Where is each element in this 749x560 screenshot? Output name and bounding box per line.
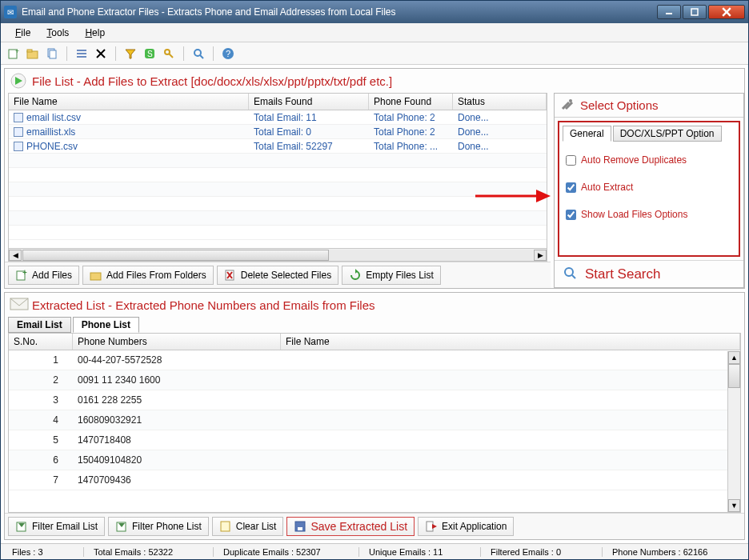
add-file-icon: + [15, 269, 28, 282]
svg-rect-9 [50, 50, 56, 58]
table-row [9, 197, 547, 211]
skype-icon[interactable]: S [142, 46, 158, 62]
refresh-icon [349, 269, 362, 282]
chk-label: Show Load Files Options [581, 209, 687, 220]
status-files: Files : 3 [4, 547, 84, 557]
table-row [9, 168, 547, 182]
filter-email-button[interactable]: Filter Email List [8, 517, 105, 536]
svg-rect-48 [427, 522, 433, 531]
list-icon[interactable] [74, 46, 90, 62]
filter-phone-button[interactable]: Filter Phone List [108, 517, 209, 536]
chk-label: Auto Remove Duplicates [581, 154, 687, 166]
vertical-scrollbar[interactable]: ▲ ▼ [727, 351, 740, 512]
tab-email-list[interactable]: Email List [8, 317, 71, 333]
options-title: Select Options [580, 98, 659, 112]
help-icon[interactable]: ? [220, 46, 236, 62]
options-body: General DOC/XLS/PPT Option Auto Remove D… [558, 121, 740, 257]
filter-email-icon [15, 520, 28, 533]
chk-show-load-options[interactable] [566, 210, 576, 220]
save-list-button[interactable]: Save Extracted List [286, 517, 415, 536]
status-unique-emails: Unique Emails : 11 [361, 547, 481, 557]
extracted-title: Extracted List - Extracted Phone Numbers… [32, 298, 375, 312]
add-file-icon[interactable]: + [6, 46, 22, 62]
extracted-header: Extracted List - Extracted Phone Numbers… [5, 293, 744, 317]
minimize-button[interactable] [657, 5, 681, 19]
table-row[interactable]: 51470718408 [9, 430, 740, 450]
table-row[interactable]: 6150409104820 [9, 450, 740, 470]
copy-icon[interactable] [44, 46, 60, 62]
table-row[interactable]: 30161 228 2255 [9, 390, 740, 410]
search-icon[interactable] [190, 46, 206, 62]
phone-table: S.No. Phone Numbers File Name 100-44-207… [8, 333, 741, 513]
col-sno[interactable]: S.No. [9, 334, 73, 350]
svg-point-35 [569, 99, 572, 102]
table-row[interactable]: 4160809032921 [9, 410, 740, 430]
add-folders-button[interactable]: Add Files From Folders [82, 266, 214, 285]
tab-phone-list[interactable]: Phone List [73, 317, 139, 333]
close-button[interactable] [708, 5, 745, 19]
save-icon [294, 520, 306, 533]
tab-general[interactable]: General [563, 126, 611, 142]
menu-help[interactable]: Help [77, 26, 113, 40]
add-files-button[interactable]: + Add Files [8, 266, 79, 285]
table-row [9, 226, 547, 240]
svg-rect-12 [77, 56, 86, 58]
add-folder-icon[interactable] [25, 46, 41, 62]
exit-icon [425, 520, 438, 533]
start-search-button[interactable]: Start Search [555, 260, 743, 287]
tools-icon [559, 96, 575, 114]
delete-selected-button[interactable]: Delete Selected Files [217, 266, 338, 285]
status-dup-emails: Duplicate Emails : 52307 [215, 547, 359, 557]
col-emails[interactable]: Emails Found [249, 94, 369, 110]
chk-auto-extract[interactable] [566, 182, 576, 193]
filelist-title: File List - Add Files to Extract [doc/do… [32, 74, 392, 88]
filter-phone-icon [115, 520, 128, 533]
col-phone[interactable]: Phone Found [369, 94, 453, 110]
status-total-emails: Total Emails : 52322 [86, 547, 214, 557]
table-row[interactable]: email list.csvTotal Email: 11Total Phone… [9, 110, 547, 125]
file-table: File Name Emails Found Phone Found Statu… [8, 93, 547, 262]
delete-file-icon [224, 269, 237, 282]
empty-list-button[interactable]: Empty Files List [342, 266, 441, 285]
filter-icon[interactable] [122, 46, 138, 62]
table-row [9, 211, 547, 226]
col-filename[interactable]: File Name [9, 94, 249, 110]
table-row [9, 182, 547, 197]
maximize-button[interactable] [683, 5, 707, 19]
menubar: File Tools Help [1, 23, 748, 42]
table-row[interactable]: 71470709436 [9, 470, 740, 490]
tab-docxlsppt[interactable]: DOC/XLS/PPT Option [613, 126, 722, 142]
svg-marker-32 [355, 269, 358, 274]
horizontal-scrollbar[interactable]: ◀ ▶ [9, 248, 547, 261]
chk-auto-remove-dup[interactable] [566, 155, 576, 166]
clear-icon [219, 520, 232, 533]
svg-rect-45 [221, 522, 230, 531]
chk-label: Auto Extract [581, 182, 633, 193]
search-icon [563, 266, 577, 282]
col-phone[interactable]: Phone Numbers [73, 334, 281, 350]
table-row[interactable]: PHONE.csvTotal Email: 52297Total Phone: … [9, 139, 547, 154]
svg-marker-49 [432, 524, 437, 529]
table-row[interactable]: 20091 11 2340 1600 [9, 370, 740, 390]
table-row[interactable]: emaillist.xlsTotal Email: 0Total Phone: … [9, 125, 547, 139]
status-filtered-emails: Filtered Emails : 0 [483, 547, 603, 557]
col-status[interactable]: Status [453, 94, 547, 110]
status-phone-numbers: Phone Numbers : 62166 [604, 547, 745, 557]
svg-text:S: S [147, 50, 153, 58]
svg-text:?: ? [226, 49, 230, 58]
statusbar: Files : 3 Total Emails : 52322 Duplicate… [1, 543, 748, 559]
toolbar: + S ? [1, 42, 748, 65]
menu-tools[interactable]: Tools [38, 26, 77, 40]
window-title: Email and Phone Extractor Files - Extrac… [22, 6, 655, 18]
svg-rect-11 [77, 53, 86, 54]
menu-file[interactable]: File [7, 26, 38, 40]
table-row[interactable]: 100-44-207-5572528 [9, 350, 740, 370]
key-icon[interactable] [161, 46, 177, 62]
svg-rect-7 [27, 50, 32, 52]
col-file[interactable]: File Name [281, 334, 740, 350]
app-window: ✉ Email and Phone Extractor Files - Extr… [0, 0, 749, 560]
svg-line-21 [200, 55, 203, 58]
delete-icon[interactable] [93, 46, 109, 62]
exit-button[interactable]: Exit Application [418, 517, 514, 536]
clear-list-button[interactable]: Clear List [212, 517, 284, 536]
